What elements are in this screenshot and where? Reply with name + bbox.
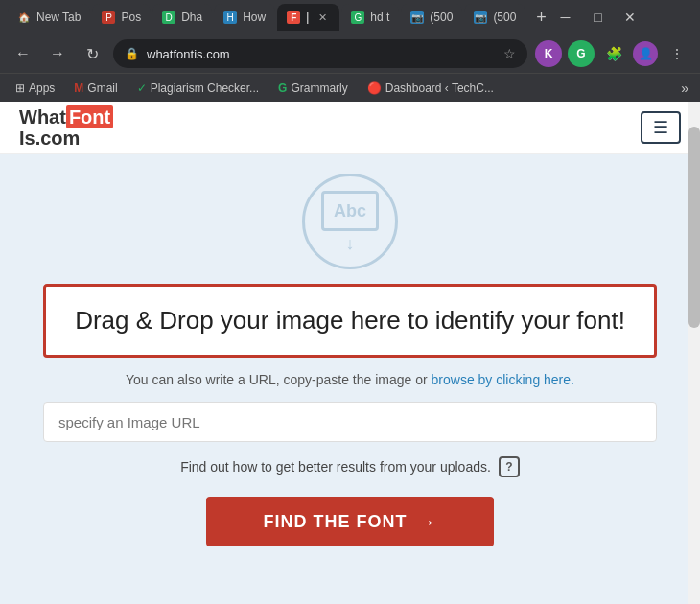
tab-label-dha: Dha [181,11,202,24]
page-content: WhatFont Is.com ☰ Abc ↓ Drag & Drop your… [0,102,700,604]
url-bar[interactable]: 🔒 whatfontis.com ☆ [113,39,527,68]
logo-iscom: Is.com [19,128,80,149]
tab-close-whatfont[interactable]: ✕ [315,10,330,25]
tab-dha[interactable]: D Dha [152,4,212,31]
better-results-row: Find out how to get better results from … [180,456,520,477]
logo-font-highlight: Font [66,105,113,128]
lock-icon: 🔒 [125,47,139,60]
hamburger-icon: ☰ [653,117,668,138]
back-button[interactable]: ← [10,40,36,67]
logo-what: What [19,106,66,128]
main-section: Abc ↓ Drag & Drop your image here to ide… [0,154,700,604]
tab-favicon-post: P [102,11,115,24]
image-url-input[interactable] [43,402,657,442]
tab-label-new-tab: New Tab [36,11,81,24]
tab-label-hdt: hd t [370,11,389,24]
arrow-right-icon: → [417,511,437,533]
grammarly-icon[interactable]: G [568,40,595,67]
bookmark-apps[interactable]: ⊞ Apps [8,80,62,97]
minimize-button[interactable]: ─ [556,9,573,26]
browse-link[interactable]: browse by clicking here. [432,372,574,387]
browser-icons: K G 🧩 👤 ⋮ [535,40,690,67]
tab-500b[interactable]: 📷 (500 [464,4,525,31]
site-header: WhatFont Is.com ☰ [0,102,700,154]
tab-label-how: How [243,11,266,24]
drag-drop-zone[interactable]: Drag & Drop your image here to identify … [43,284,657,358]
tab-label-500b: (500 [493,11,516,24]
reload-button[interactable]: ↻ [79,40,105,67]
find-font-label: FIND THE FONT [264,512,408,532]
address-bar: ← → ↻ 🔒 whatfontis.com ☆ K G 🧩 👤 ⋮ [0,35,700,73]
abc-text: Abc [334,201,366,221]
tab-new-tab[interactable]: 🏠 New Tab [8,4,90,31]
dashboard-icon: 🔴 [367,81,382,95]
drop-illustration: Abc ↓ [302,174,398,269]
bookmarks-more-button[interactable]: » [677,79,692,98]
tab-favicon-dha: D [162,11,175,24]
tab-hdt[interactable]: G hd t [341,4,399,31]
tab-favicon-new-tab: 🏠 [17,11,31,24]
window-controls: ─ □ ✕ [556,9,646,26]
help-button[interactable]: ? [499,456,520,477]
tab-favicon-whatfont: F [287,11,300,24]
tab-favicon-500a: 📷 [410,11,424,24]
download-arrow-icon: ↓ [346,235,355,252]
tab-whatfont[interactable]: F | ✕ [277,4,339,31]
profile-avatar-k[interactable]: K [535,40,562,67]
scrollbar[interactable] [688,102,700,604]
bookmark-gmail-label: Gmail [87,81,117,95]
bookmark-dashboard-label: Dashboard ‹ TechC... [385,81,494,95]
scrollbar-thumb[interactable] [688,127,700,328]
gmail-icon: M [74,81,83,95]
more-options-icon[interactable]: ⋮ [664,40,690,67]
drag-drop-text: Drag & Drop your image here to identify … [75,306,625,335]
bookmark-dashboard[interactable]: 🔴 Dashboard ‹ TechC... [360,80,502,97]
maximize-button[interactable]: □ [589,9,606,26]
tab-label-post: Pos [121,11,141,24]
bookmark-grammarly[interactable]: G Grammarly [270,80,356,97]
hamburger-menu-button[interactable]: ☰ [641,111,681,144]
bookmark-apps-label: Apps [29,81,55,95]
subtitle: You can also write a URL, copy-paste the… [126,372,574,387]
bookmark-gmail[interactable]: M Gmail [66,80,125,97]
browser-chrome: 🏠 New Tab P Pos D Dha H How F | ✕ G hd t… [0,0,700,102]
apps-icon: ⊞ [15,81,25,95]
url-text: whatfontis.com [147,47,496,61]
bookmark-plagiarism-label: Plagiarism Checker... [151,81,259,95]
grammarly-bm-icon: G [278,81,287,95]
url-input-container [43,402,657,442]
tab-label-500a: (500 [430,11,453,24]
bookmarks-bar: ⊞ Apps M Gmail ✓ Plagiarism Checker... G… [0,73,700,102]
abc-circle: Abc ↓ [302,174,398,269]
tab-500a[interactable]: 📷 (500 [401,4,462,31]
close-button[interactable]: ✕ [621,9,639,26]
tab-favicon-500b: 📷 [474,11,487,24]
tab-favicon-how: H [223,11,237,24]
tab-post[interactable]: P Pos [92,4,151,31]
tab-bar: 🏠 New Tab P Pos D Dha H How F | ✕ G hd t… [0,0,700,35]
tab-favicon-hdt: G [351,11,364,24]
bookmark-plagiarism[interactable]: ✓ Plagiarism Checker... [129,80,267,97]
star-icon[interactable]: ☆ [503,46,516,61]
tab-label-whatfont: | [306,11,309,24]
better-results-text: Find out how to get better results from … [180,459,491,475]
subtitle-text: You can also write a URL, copy-paste the… [126,372,428,387]
tab-how[interactable]: H How [214,4,275,31]
question-mark: ? [505,460,512,474]
find-font-button[interactable]: FIND THE FONT → [206,497,494,546]
plagiarism-icon: ✓ [137,81,147,95]
abc-monitor: Abc [321,191,379,231]
bookmark-grammarly-label: Grammarly [291,81,347,95]
user-avatar[interactable]: 👤 [633,41,658,66]
site-logo: WhatFont Is.com [19,106,114,149]
new-tab-button[interactable]: + [527,4,554,31]
forward-button[interactable]: → [44,40,71,67]
extensions-icon[interactable]: 🧩 [600,40,627,67]
